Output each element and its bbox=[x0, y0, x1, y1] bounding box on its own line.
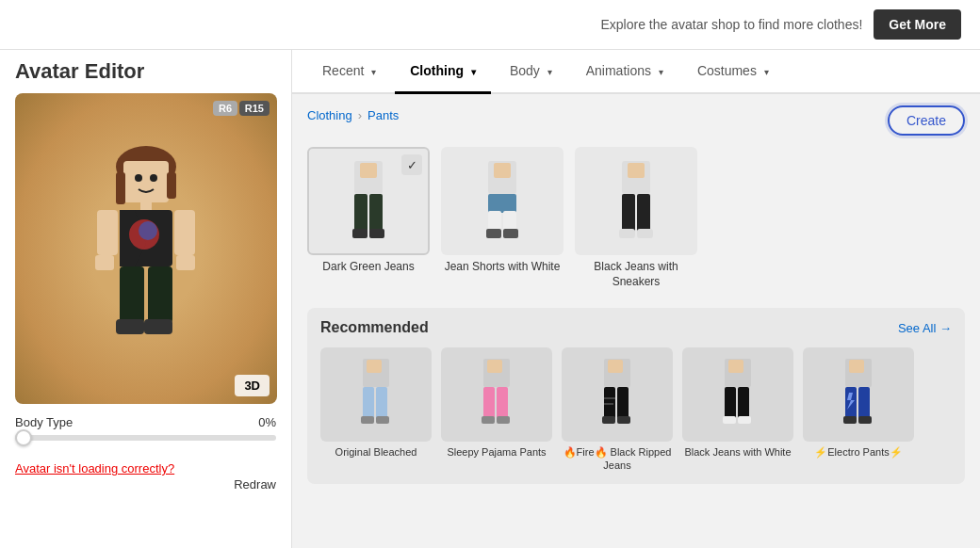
rec-card-original-bleached[interactable]: Original Bleached bbox=[320, 347, 432, 473]
svg-rect-52 bbox=[608, 360, 623, 373]
svg-rect-50 bbox=[497, 416, 510, 424]
item-label-jean-shorts: Jean Shorts with White bbox=[441, 260, 564, 275]
rec-card-fire-jeans[interactable]: 🔥Fire🔥 Black Ripped Jeans bbox=[562, 347, 673, 473]
svg-rect-15 bbox=[148, 266, 172, 323]
pants-preview-3 bbox=[603, 159, 669, 244]
svg-rect-63 bbox=[723, 416, 736, 424]
svg-rect-48 bbox=[497, 387, 508, 419]
item-label-dark-green-jeans: Dark Green Jeans bbox=[307, 260, 430, 275]
svg-rect-23 bbox=[369, 194, 383, 232]
3d-button[interactable]: 3D bbox=[235, 375, 270, 396]
breadcrumb-current[interactable]: Pants bbox=[368, 108, 399, 122]
page-title: Avatar Editor bbox=[15, 59, 276, 84]
svg-rect-32 bbox=[503, 229, 518, 238]
redraw-link[interactable]: Redraw bbox=[15, 477, 276, 492]
svg-rect-13 bbox=[176, 255, 195, 270]
slider-thumb[interactable] bbox=[15, 429, 32, 446]
svg-rect-5 bbox=[140, 202, 152, 210]
items-grid: ✓ D bbox=[307, 147, 965, 289]
item-card-dark-green-jeans[interactable]: ✓ D bbox=[307, 147, 430, 289]
svg-rect-66 bbox=[849, 360, 864, 373]
recommended-header: Recommended See All → bbox=[320, 319, 952, 336]
check-badge: ✓ bbox=[401, 154, 422, 175]
svg-rect-11 bbox=[95, 255, 114, 270]
svg-point-3 bbox=[135, 174, 142, 182]
recommended-title: Recommended bbox=[320, 319, 429, 336]
svg-rect-21 bbox=[360, 163, 377, 178]
svg-rect-57 bbox=[602, 416, 615, 424]
pants-preview-2 bbox=[469, 159, 535, 244]
pants-preview-1 bbox=[335, 159, 401, 244]
rec-label-fire-jeans: 🔥Fire🔥 Black Ripped Jeans bbox=[562, 445, 673, 473]
svg-rect-16 bbox=[116, 319, 144, 334]
rec-preview-5 bbox=[828, 357, 890, 432]
left-panel: Avatar Editor R6 R15 bbox=[0, 50, 292, 548]
svg-rect-27 bbox=[494, 163, 511, 178]
rec-thumb-original-bleached bbox=[320, 347, 432, 442]
body-type-section: Body Type 0% bbox=[15, 415, 276, 441]
badge-r6: R6 bbox=[213, 101, 237, 116]
svg-rect-28 bbox=[488, 194, 516, 213]
breadcrumb-parent[interactable]: Clothing bbox=[307, 108, 352, 122]
top-bar: Explore the avatar shop to find more clo… bbox=[0, 0, 980, 50]
item-label-black-jeans: Black Jeans with Sneakers bbox=[575, 260, 697, 289]
svg-rect-60 bbox=[728, 360, 743, 373]
rec-card-electro-pants[interactable]: ⚡Electro Pants⚡ bbox=[803, 347, 914, 473]
svg-rect-35 bbox=[622, 194, 635, 232]
item-thumb-black-jeans bbox=[575, 147, 697, 255]
svg-point-4 bbox=[150, 174, 157, 182]
rec-card-black-jeans-white[interactable]: Black Jeans with White bbox=[682, 347, 793, 473]
svg-rect-29 bbox=[488, 211, 501, 232]
svg-rect-40 bbox=[367, 360, 382, 373]
svg-rect-24 bbox=[352, 229, 368, 238]
item-thumb-dark-green-jeans: ✓ bbox=[307, 147, 430, 255]
right-panel: Recent ▾ Clothing ▾ Body ▾ Animations ▾ … bbox=[292, 50, 980, 548]
tab-recent[interactable]: Recent ▾ bbox=[307, 50, 391, 94]
main-layout: Avatar Editor R6 R15 bbox=[0, 50, 980, 548]
get-more-button[interactable]: Get More bbox=[874, 9, 961, 40]
rec-thumb-black-jeans-white bbox=[682, 347, 793, 442]
svg-point-9 bbox=[139, 221, 157, 240]
svg-rect-36 bbox=[637, 194, 650, 232]
breadcrumb: Clothing › Pants bbox=[307, 108, 399, 122]
svg-rect-64 bbox=[738, 416, 751, 424]
svg-rect-31 bbox=[486, 229, 501, 238]
rec-card-sleepy-pajama[interactable]: Sleepy Pajama Pants bbox=[441, 347, 552, 473]
svg-rect-54 bbox=[617, 387, 629, 419]
tab-costumes[interactable]: Costumes ▾ bbox=[682, 50, 784, 94]
avatar-error-link[interactable]: Avatar isn't loading correctly? bbox=[15, 461, 276, 475]
svg-rect-41 bbox=[363, 387, 374, 419]
avatar-figure bbox=[71, 121, 221, 376]
body-type-slider[interactable] bbox=[15, 435, 276, 441]
tab-clothing[interactable]: Clothing ▾ bbox=[395, 50, 491, 94]
body-type-label: Body Type bbox=[15, 415, 73, 429]
svg-rect-47 bbox=[483, 387, 495, 419]
rec-preview-4 bbox=[708, 357, 769, 432]
svg-rect-2 bbox=[123, 161, 169, 202]
svg-rect-68 bbox=[858, 387, 870, 419]
avatar-preview: R6 R15 bbox=[15, 93, 277, 404]
svg-rect-34 bbox=[628, 163, 645, 178]
svg-rect-62 bbox=[738, 387, 749, 419]
see-all-link[interactable]: See All → bbox=[898, 321, 952, 335]
svg-rect-43 bbox=[361, 416, 374, 424]
rec-label-sleepy-pajama: Sleepy Pajama Pants bbox=[441, 445, 552, 459]
tab-body[interactable]: Body ▾ bbox=[495, 50, 567, 94]
svg-rect-38 bbox=[637, 229, 653, 238]
rec-thumb-fire-jeans bbox=[562, 347, 673, 442]
recommended-section: Recommended See All → bbox=[307, 308, 965, 484]
svg-rect-42 bbox=[376, 387, 387, 419]
svg-rect-61 bbox=[725, 387, 736, 419]
rec-thumb-electro-pants bbox=[803, 347, 914, 442]
item-card-jean-shorts[interactable]: Jean Shorts with White bbox=[441, 147, 564, 289]
item-card-black-jeans[interactable]: Black Jeans with Sneakers bbox=[575, 147, 697, 289]
rec-preview-3 bbox=[587, 357, 648, 432]
nav-tabs: Recent ▾ Clothing ▾ Body ▾ Animations ▾ … bbox=[292, 50, 980, 94]
tab-animations[interactable]: Animations ▾ bbox=[571, 50, 678, 94]
create-button[interactable]: Create bbox=[888, 105, 965, 136]
svg-rect-17 bbox=[144, 319, 172, 334]
svg-rect-58 bbox=[617, 416, 630, 424]
svg-rect-19 bbox=[167, 172, 176, 199]
badge-r15: R15 bbox=[239, 101, 270, 116]
rec-label-electro-pants: ⚡Electro Pants⚡ bbox=[803, 445, 914, 459]
